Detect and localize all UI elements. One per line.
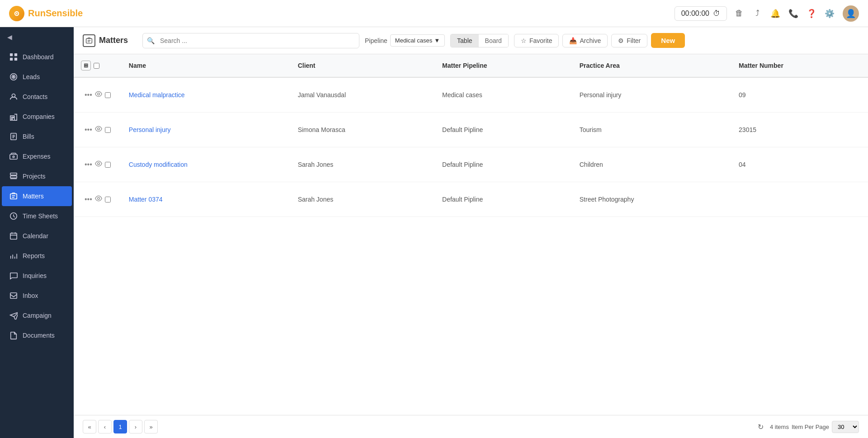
- row-more-icon[interactable]: •••: [85, 195, 92, 203]
- sidebar-item-campaign[interactable]: Campaign: [2, 306, 72, 325]
- search-input[interactable]: [142, 33, 359, 48]
- timer-icon: ⏱: [713, 9, 720, 18]
- svg-rect-3: [14, 53, 17, 56]
- settings-icon[interactable]: ⚙️: [825, 9, 835, 19]
- svg-rect-13: [12, 119, 13, 120]
- archive-button[interactable]: 📥 Archive: [562, 34, 608, 47]
- sidebar-item-leads[interactable]: Leads: [2, 67, 72, 87]
- header-actions: ☆ Favorite 📥 Archive ⚙ Filter New: [514, 33, 685, 48]
- pipeline-dropdown[interactable]: Medical cases ▼: [390, 34, 445, 47]
- svg-rect-23: [10, 194, 17, 199]
- expenses-icon: [9, 152, 18, 161]
- inbox-icon: [9, 291, 18, 300]
- sidebar-item-contacts[interactable]: Contacts: [2, 87, 72, 107]
- row-eye-icon[interactable]: [95, 160, 102, 169]
- cell-name: Medical malpractice: [122, 77, 291, 113]
- dropdown-arrow-icon: ▼: [434, 37, 440, 44]
- select-all-checkbox[interactable]: [94, 63, 99, 69]
- sidebar-item-inbox[interactable]: Inbox: [2, 286, 72, 306]
- view-toggle: Table Board: [450, 34, 509, 47]
- logo[interactable]: RunSensible: [9, 6, 83, 21]
- sidebar-label-inquiries: Inquiries: [23, 272, 47, 279]
- sidebar-collapse-button[interactable]: ◀: [0, 27, 74, 47]
- help-icon[interactable]: ❓: [807, 9, 816, 19]
- row-more-icon[interactable]: •••: [85, 126, 92, 134]
- cell-name: Personal injury: [122, 113, 291, 147]
- cell-practice-area: Tourism: [572, 113, 731, 147]
- row-more-icon[interactable]: •••: [85, 160, 92, 169]
- search-icon: 🔍: [147, 37, 155, 44]
- prev-page-button[interactable]: ‹: [98, 420, 112, 433]
- table-view-button[interactable]: Table: [451, 34, 478, 47]
- favorite-button[interactable]: ☆ Favorite: [514, 34, 559, 47]
- cell-client: Jamal Vanausdal: [291, 77, 435, 113]
- content-header: Matters 🔍 Pipeline Medical cases ▼ Table…: [74, 27, 868, 54]
- share-icon[interactable]: ⤴: [752, 9, 762, 19]
- sidebar-item-companies[interactable]: Companies: [2, 107, 72, 127]
- sidebar-item-reports[interactable]: Reports: [2, 246, 72, 266]
- svg-point-42: [97, 128, 99, 130]
- matter-name-link[interactable]: Medical malpractice: [129, 91, 185, 99]
- row-more-icon[interactable]: •••: [85, 91, 92, 99]
- matter-name-link[interactable]: Matter 0374: [129, 196, 163, 203]
- sidebar-item-documents[interactable]: Documents: [2, 325, 72, 345]
- last-page-button[interactable]: »: [144, 420, 158, 433]
- row-checkbox[interactable]: [105, 162, 111, 168]
- matter-name-link[interactable]: Custody modification: [129, 161, 188, 168]
- next-page-button[interactable]: ›: [129, 420, 142, 433]
- phone-icon[interactable]: 📞: [788, 9, 798, 19]
- sidebar-item-matters[interactable]: Matters: [2, 186, 72, 206]
- row-eye-icon[interactable]: [95, 90, 102, 99]
- user-avatar[interactable]: 👤: [843, 5, 859, 22]
- svg-rect-12: [13, 117, 14, 118]
- new-button[interactable]: New: [651, 33, 685, 48]
- sidebar-item-projects[interactable]: Projects: [2, 166, 72, 186]
- sidebar-item-timesheets[interactable]: Time Sheets: [2, 206, 72, 226]
- filter-icon: ⚙: [618, 37, 624, 44]
- board-view-button[interactable]: Board: [479, 34, 508, 47]
- content-area: Matters 🔍 Pipeline Medical cases ▼ Table…: [74, 27, 868, 438]
- page-1-button[interactable]: 1: [113, 420, 127, 433]
- sidebar-label-calendar: Calendar: [23, 232, 48, 240]
- row-eye-icon[interactable]: [95, 125, 102, 134]
- page-title: Matters: [99, 36, 128, 45]
- sidebar-label-documents: Documents: [23, 332, 55, 339]
- sidebar-label-bills: Bills: [23, 133, 34, 140]
- filter-button[interactable]: ⚙ Filter: [611, 34, 647, 47]
- row-checkbox[interactable]: [105, 92, 111, 98]
- table-footer: « ‹ 1 › » ↻ 4 items Item Per Page 10 20 …: [74, 415, 868, 438]
- sidebar-label-reports: Reports: [23, 252, 45, 259]
- row-checkbox[interactable]: [105, 197, 111, 203]
- sidebar-label-matters: Matters: [23, 193, 44, 200]
- first-page-button[interactable]: «: [83, 420, 96, 433]
- svg-rect-5: [14, 58, 17, 61]
- sidebar-item-calendar[interactable]: Calendar: [2, 226, 72, 246]
- sidebar-label-projects: Projects: [23, 173, 46, 180]
- cell-matter-number: 09: [731, 77, 868, 113]
- sidebar-label-timesheets: Time Sheets: [23, 212, 58, 220]
- trash-icon[interactable]: 🗑: [734, 9, 744, 19]
- matter-name-link[interactable]: Personal injury: [129, 126, 171, 133]
- page-title-area: Matters: [83, 34, 137, 47]
- sidebar-item-bills[interactable]: Bills: [2, 127, 72, 146]
- row-checkbox[interactable]: [105, 127, 111, 133]
- bell-icon[interactable]: 🔔: [770, 9, 780, 19]
- matters-table: ⊞ Name Client Matter Pipeline Practice A…: [74, 54, 868, 217]
- svg-point-8: [13, 76, 14, 78]
- refresh-button[interactable]: ↻: [755, 420, 767, 433]
- column-settings-icon[interactable]: ⊞: [81, 61, 91, 71]
- row-eye-icon[interactable]: [95, 195, 102, 204]
- th-practice-area: Practice Area: [572, 54, 731, 77]
- main-layout: ◀ Dashboard Leads Contacts Companies: [0, 27, 868, 438]
- items-count: 4 items: [770, 424, 789, 430]
- table-row: ••• Personal injury Simona Morasca Defau…: [74, 113, 868, 147]
- collapse-icon: ◀: [7, 33, 12, 41]
- timesheets-icon: [9, 212, 18, 221]
- th-pipeline: Matter Pipeline: [435, 54, 572, 77]
- sidebar-item-expenses[interactable]: Expenses: [2, 146, 72, 166]
- sidebar-item-dashboard[interactable]: Dashboard: [2, 47, 72, 67]
- per-page-select[interactable]: 10 20 30 50 100: [832, 421, 859, 433]
- svg-rect-21: [10, 176, 17, 178]
- sidebar-item-inquiries[interactable]: Inquiries: [2, 266, 72, 286]
- matters-page-icon: [83, 34, 95, 47]
